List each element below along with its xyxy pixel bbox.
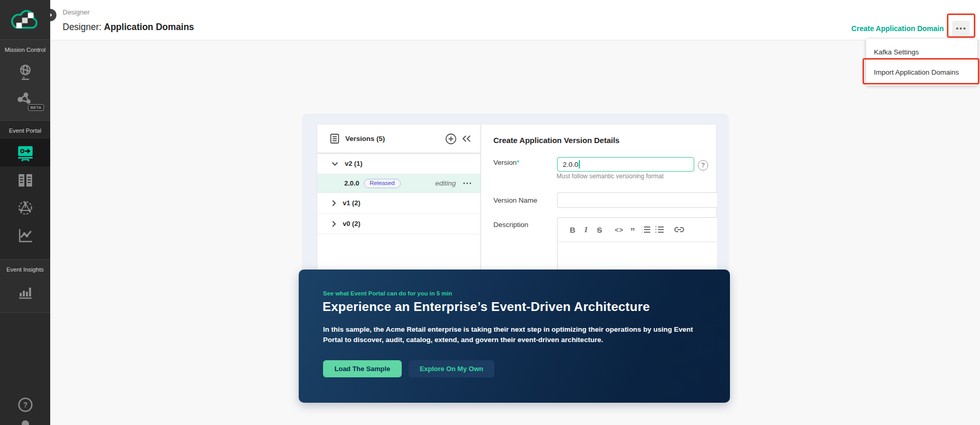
chevron-down-icon bbox=[332, 162, 338, 166]
version-number: 2.0.0 bbox=[344, 179, 359, 187]
version-row-selected[interactable]: 2.0.0 Released editing bbox=[317, 174, 480, 193]
strikethrough-button[interactable]: S bbox=[593, 225, 606, 234]
link-button[interactable] bbox=[672, 226, 686, 233]
version-group-label: v1 (2) bbox=[343, 199, 360, 207]
description-field-label: Description bbox=[493, 221, 529, 229]
designer-board-icon bbox=[17, 144, 34, 162]
chevron-right-icon bbox=[332, 221, 336, 227]
version-field-label: Version* bbox=[493, 159, 519, 166]
bold-button[interactable]: B bbox=[566, 225, 579, 234]
event-portal-label: Event Portal bbox=[0, 121, 50, 139]
line-chart-icon bbox=[18, 228, 33, 243]
add-version-button[interactable] bbox=[445, 133, 457, 145]
version-panel: Versions (5) bbox=[317, 124, 716, 275]
collapse-panel-button[interactable] bbox=[462, 135, 471, 143]
text-cursor bbox=[579, 160, 580, 168]
version-group-v2[interactable]: v2 (1) bbox=[317, 153, 480, 174]
description-editor[interactable]: B I S <> ” bbox=[557, 217, 717, 275]
version-name-input[interactable] bbox=[557, 192, 717, 208]
sidebar-section-mission-control: Mission Control bbox=[0, 40, 50, 121]
page-title: Designer: Application Domains bbox=[63, 22, 194, 33]
banner-heading: Experience an Enterprise’s Event-Driven … bbox=[323, 300, 650, 314]
rich-text-toolbar: B I S <> ” bbox=[558, 218, 717, 242]
event-insights-label: Event Insights bbox=[0, 260, 50, 278]
sidebar-item-visualizer[interactable] bbox=[0, 221, 50, 249]
sidebar-item-catalog[interactable] bbox=[0, 166, 50, 194]
version-input-value: 2.0.0 bbox=[563, 161, 578, 168]
version-details-form: Create Application Version Details Versi… bbox=[481, 124, 716, 275]
code-button[interactable]: <> bbox=[612, 226, 626, 234]
mesh-globe-icon bbox=[18, 200, 33, 216]
menu-item-kafka-settings[interactable]: Kafka Settings bbox=[866, 42, 977, 62]
menu-item-import-application-domains[interactable]: Import Application Domains bbox=[866, 62, 977, 82]
bar-chart-icon bbox=[18, 285, 33, 299]
sidebar-item-cluster-manager[interactable] bbox=[0, 58, 50, 86]
sidebar-item-mesh-manager[interactable]: BETA bbox=[0, 86, 50, 113]
numbered-list-button[interactable] bbox=[653, 226, 666, 233]
version-input[interactable]: 2.0.0 bbox=[557, 157, 694, 172]
sidebar-bottom: ? bbox=[0, 397, 50, 425]
breadcrumb[interactable]: Designer bbox=[63, 8, 90, 16]
create-application-domain-button[interactable]: Create Application Domain bbox=[852, 24, 944, 33]
help-button[interactable]: ? bbox=[18, 397, 33, 413]
version-name-field-label: Version Name bbox=[493, 196, 537, 204]
banner-eyebrow: See what Event Portal can do for you in … bbox=[323, 290, 452, 296]
globe-stand-icon bbox=[18, 64, 33, 80]
bullet-list-button[interactable] bbox=[639, 226, 653, 233]
beta-badge: BETA bbox=[28, 104, 44, 111]
version-group-v1[interactable]: v1 (2) bbox=[317, 193, 480, 214]
version-hint-text: Must follow semantic versioning format bbox=[557, 173, 664, 180]
blockquote-button[interactable]: ” bbox=[626, 225, 639, 234]
sidebar: Mission Control bbox=[0, 0, 50, 425]
more-options-menu: Kafka Settings Import Application Domain… bbox=[866, 39, 977, 86]
cloud-logo-icon bbox=[9, 7, 41, 33]
svg-text:?: ? bbox=[23, 401, 27, 409]
version-group-label: v0 (2) bbox=[343, 220, 360, 228]
notifications-bell-icon[interactable] bbox=[19, 419, 32, 425]
mission-control-label: Mission Control bbox=[0, 40, 50, 58]
version-help-icon[interactable]: ? bbox=[698, 160, 708, 171]
sidebar-item-event-mesh[interactable] bbox=[0, 194, 50, 221]
event-portal-sample-banner: See what Event Portal can do for you in … bbox=[299, 270, 730, 403]
load-the-sample-button[interactable]: Load The Sample bbox=[323, 360, 402, 377]
banner-actions: Load The Sample Explore On My Own bbox=[323, 360, 494, 377]
solace-logo[interactable] bbox=[0, 0, 50, 40]
document-icon bbox=[330, 134, 339, 144]
explore-on-my-own-button[interactable]: Explore On My Own bbox=[408, 360, 495, 377]
sidebar-section-event-insights: Event Insights bbox=[0, 260, 50, 313]
sidebar-item-designer[interactable] bbox=[0, 139, 50, 166]
top-header: Designer Designer: Application Domains C… bbox=[50, 0, 980, 40]
form-title: Create Application Version Details bbox=[493, 136, 620, 145]
banner-body-text: In this sample, the Acme Retail enterpri… bbox=[323, 324, 706, 345]
version-group-v0[interactable]: v0 (2) bbox=[317, 214, 480, 234]
italic-button[interactable]: I bbox=[579, 225, 593, 234]
more-options-button[interactable] bbox=[952, 21, 970, 36]
released-status-badge: Released bbox=[364, 179, 401, 188]
versions-title: Versions (5) bbox=[345, 135, 445, 143]
chevron-right-icon bbox=[332, 200, 336, 206]
versions-pane: Versions (5) bbox=[317, 124, 481, 275]
sidebar-item-insights[interactable] bbox=[0, 278, 50, 305]
version-group-label: v2 (1) bbox=[345, 160, 362, 167]
page-title-main: Application Domains bbox=[104, 22, 194, 32]
editing-status-text: editing bbox=[435, 179, 456, 187]
sidebar-section-event-portal: Event Portal bbox=[0, 121, 50, 260]
required-asterisk: * bbox=[517, 159, 519, 166]
catalog-book-icon bbox=[18, 173, 33, 188]
row-more-options-button[interactable] bbox=[463, 182, 472, 185]
page-title-prefix: Designer: bbox=[63, 22, 101, 32]
versions-header: Versions (5) bbox=[317, 124, 480, 153]
